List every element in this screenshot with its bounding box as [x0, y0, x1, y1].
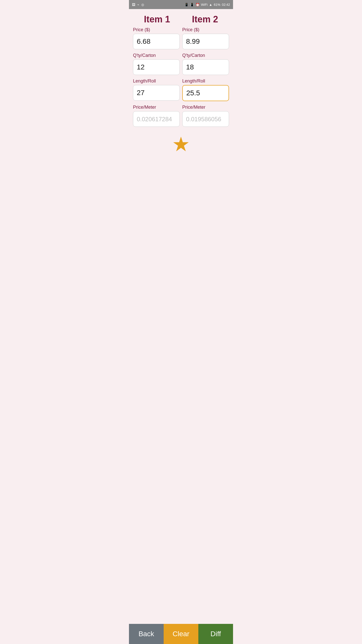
pricemeter-row: Price/Meter Price/Meter [133, 105, 229, 127]
item1-qty-input[interactable] [133, 59, 180, 75]
price-row: Price ($) Price ($) [133, 27, 229, 49]
item2-qty-input[interactable] [182, 59, 229, 75]
item2-price-input[interactable] [182, 34, 229, 49]
wifi-icon: WiFi [201, 3, 208, 7]
sync-icon: ◎ [141, 3, 144, 7]
status-icons-left: 🖼 ⌁ ◎ [132, 3, 144, 7]
item1-pricemeter-label: Price/Meter [133, 105, 180, 110]
item1-qty-label: Q'ty/Carton [133, 53, 180, 58]
item2-pricemeter-col: Price/Meter [182, 105, 229, 127]
item2-price-label: Price ($) [182, 27, 229, 32]
status-bar: 🖼 ⌁ ◎ 📱 📳 ⏰ WiFi ▲ 61% 02:42 [129, 0, 233, 9]
vibrate-icon: 📳 [190, 3, 194, 7]
length-row: Length/Roll Length/Roll [133, 78, 229, 101]
signal-icon: ▲ [209, 3, 212, 7]
clear-button[interactable]: Clear [164, 624, 198, 644]
item1-length-input[interactable] [133, 85, 180, 101]
star-icon[interactable]: ★ [172, 134, 190, 154]
item2-length-input[interactable] [182, 85, 229, 101]
item2-qty-col: Q'ty/Carton [182, 53, 229, 75]
item1-length-label: Length/Roll [133, 78, 180, 84]
item2-header: Item 2 [181, 14, 229, 25]
item1-length-col: Length/Roll [133, 78, 180, 101]
battery-level: 61% [214, 3, 220, 7]
item2-length-label: Length/Roll [182, 78, 229, 84]
item2-qty-label: Q'ty/Carton [182, 53, 229, 58]
item1-pricemeter-col: Price/Meter [133, 105, 180, 127]
item2-pricemeter-label: Price/Meter [182, 105, 229, 110]
item1-price-col: Price ($) [133, 27, 180, 49]
image-icon: 🖼 [132, 3, 135, 7]
star-container[interactable]: ★ [133, 134, 229, 154]
clock: 02:42 [222, 3, 230, 7]
qty-row: Q'ty/Carton Q'ty/Carton [133, 53, 229, 75]
column-headers: Item 1 Item 2 [133, 14, 229, 25]
main-content: Item 1 Item 2 Price ($) Price ($) Q'ty/C… [129, 9, 233, 644]
item2-length-col: Length/Roll [182, 78, 229, 101]
back-button[interactable]: Back [129, 624, 164, 644]
phone-icon: 📱 [185, 3, 189, 7]
item1-pricemeter-input[interactable] [133, 111, 180, 127]
diff-button[interactable]: Diff [198, 624, 233, 644]
status-icons-right: 📱 📳 ⏰ WiFi ▲ 61% 02:42 [185, 3, 230, 7]
item2-price-col: Price ($) [182, 27, 229, 49]
alarm-icon: ⏰ [196, 3, 200, 7]
bottom-bar: Back Clear Diff [129, 624, 233, 644]
item1-price-input[interactable] [133, 34, 180, 49]
item1-price-label: Price ($) [133, 27, 180, 32]
item1-header: Item 1 [133, 14, 181, 25]
usb-icon: ⌁ [137, 3, 139, 7]
item1-qty-col: Q'ty/Carton [133, 53, 180, 75]
item2-pricemeter-input[interactable] [182, 111, 229, 127]
